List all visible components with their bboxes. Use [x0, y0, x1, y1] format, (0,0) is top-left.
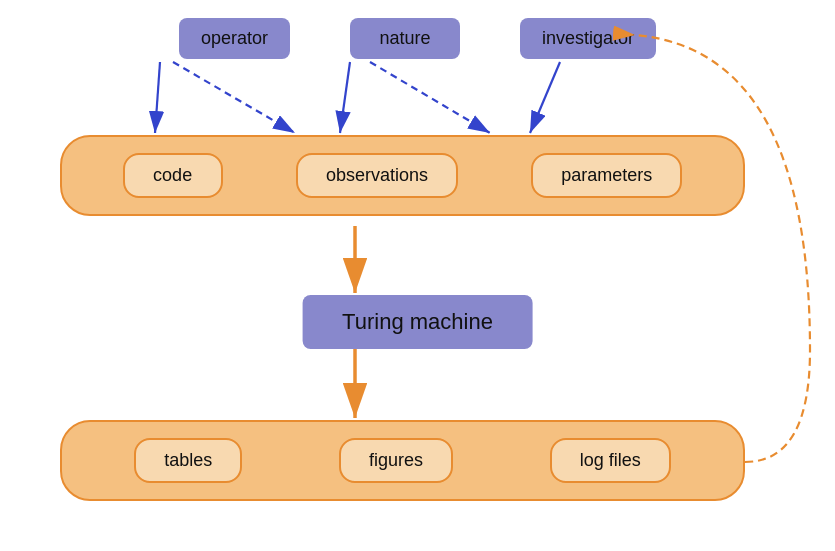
tables-box: tables	[134, 438, 242, 483]
diagram-container: operator nature investigator code observ…	[0, 0, 835, 551]
observations-box: observations	[296, 153, 458, 198]
nature-node: nature	[350, 18, 460, 59]
svg-line-3	[155, 62, 160, 133]
svg-line-6	[370, 62, 490, 133]
operator-node: operator	[179, 18, 290, 59]
input-container: code observations parameters	[60, 135, 745, 216]
output-container: tables figures log files	[60, 420, 745, 501]
log-files-box: log files	[550, 438, 671, 483]
svg-line-7	[530, 62, 560, 133]
svg-line-5	[340, 62, 350, 133]
top-nodes-row: operator nature investigator	[0, 18, 835, 59]
svg-line-4	[173, 62, 295, 133]
code-box: code	[123, 153, 223, 198]
investigator-node: investigator	[520, 18, 656, 59]
parameters-box: parameters	[531, 153, 682, 198]
figures-box: figures	[339, 438, 453, 483]
turing-machine-box: Turing machine	[302, 295, 533, 349]
